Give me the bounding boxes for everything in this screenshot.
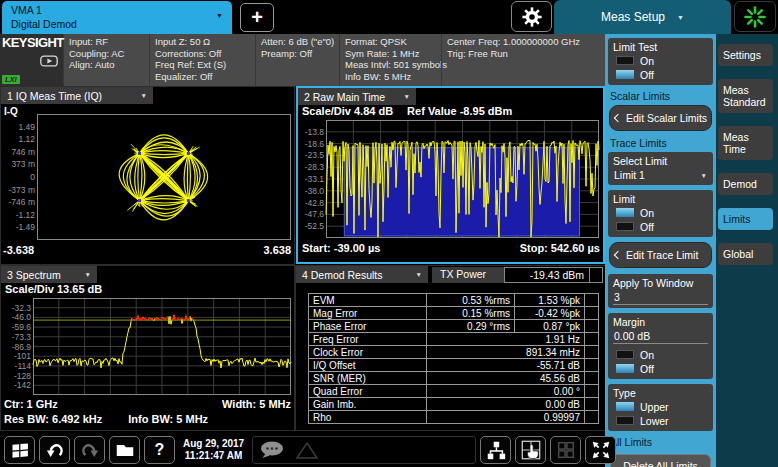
type-lower[interactable]: Lower xyxy=(616,414,708,427)
spectrum-scale-label: Scale/Div 13.65 dB xyxy=(5,283,102,295)
type-group: Type Upper Lower xyxy=(608,384,713,431)
chevron-down-icon: ▼ xyxy=(141,92,147,99)
demod-result-row: SNR (MER)45.56 dB xyxy=(309,372,599,385)
raw-scale-header: Scale/Div 4.84 dB Ref Value -8.95 dBm xyxy=(302,105,512,117)
type-upper[interactable]: Upper xyxy=(616,400,708,413)
undo-icon xyxy=(44,439,66,461)
tab-settings[interactable]: Settings xyxy=(718,44,773,66)
limit-test-off[interactable]: Off xyxy=(616,68,708,81)
limit-test-on[interactable]: On xyxy=(616,54,708,67)
chevron-down-icon: ▼ xyxy=(701,172,707,179)
window-select-button[interactable] xyxy=(515,436,546,464)
window-control-icons xyxy=(476,436,616,464)
tx-power-label: TX Power xyxy=(432,267,504,283)
file-button[interactable] xyxy=(109,436,140,464)
info-col-input: Input: RFCoupling: ACAlign: Auto xyxy=(63,34,149,86)
margin-on[interactable]: On xyxy=(616,348,708,361)
busy-indicator-button[interactable] xyxy=(734,1,776,32)
limits-menu-panel: Limit Test On Off Scalar Limits Edit Sca… xyxy=(605,34,716,467)
undo-button[interactable] xyxy=(39,436,70,464)
tab-limits[interactable]: Limits xyxy=(718,208,773,230)
tab-meas-time[interactable]: Meas Time xyxy=(718,126,773,160)
tab-global[interactable]: Global xyxy=(718,243,773,265)
chevron-left-icon xyxy=(614,251,622,259)
limit-test-group: Limit Test On Off xyxy=(608,38,713,85)
spectrum-resbw-label: Res BW: 6.492 kHz xyxy=(4,413,102,425)
raw-start-label: Start: -39.00 µs xyxy=(302,242,380,254)
window-grid-button[interactable] xyxy=(550,436,581,464)
window-layout-button[interactable] xyxy=(480,436,511,464)
raw-stop-label: Stop: 542.60 µs xyxy=(520,242,600,254)
window3-title-dropdown[interactable]: 3 Spectrum ▼ xyxy=(1,266,97,283)
help-icon: ? xyxy=(155,441,165,459)
demod-result-row: Freq Error1.91 Hz xyxy=(309,333,599,346)
svg-text:-32.3: -32.3 xyxy=(12,303,32,313)
window-demod-results[interactable]: 4 Demod Results ▼ TX Power -19.43 dBm EV… xyxy=(296,266,605,430)
delete-all-limits-button[interactable]: Delete All Limits xyxy=(610,454,711,467)
fullscreen-button[interactable] xyxy=(585,436,616,464)
window2-title-dropdown[interactable]: 2 Raw Main Time ▼ xyxy=(298,88,416,105)
apply-to-window-value[interactable]: 3 xyxy=(613,289,708,305)
top-bar: VMA 1 Digital Demod ▼ + Meas Setup ▼ xyxy=(0,0,778,34)
redo-button[interactable] xyxy=(74,436,105,464)
toggle-indicator xyxy=(616,222,634,231)
help-button[interactable]: ? xyxy=(144,436,175,464)
window-raw-main-time[interactable]: 2 Raw Main Time ▼ Scale/Div 4.84 dB Ref … xyxy=(296,86,605,264)
select-limit-dropdown[interactable]: Select Limit Limit 1 ▼ xyxy=(608,152,713,185)
spectrum-freq-row: Ctr: 1 GHz Width: 5 MHz xyxy=(4,398,291,410)
toggle-indicator xyxy=(616,70,634,79)
limit-off[interactable]: Off xyxy=(616,220,708,233)
mode-tab[interactable]: VMA 1 Digital Demod ▼ xyxy=(2,1,232,34)
margin-value[interactable]: 0.00 dB xyxy=(613,328,708,344)
menu-tab-column: Settings Meas Standard Meas Time Demod L… xyxy=(716,34,778,467)
window-iq-meas-time[interactable]: 1 IQ Meas Time (IQ) ▼ I-Q 1.491.12746 m3… xyxy=(1,87,294,264)
mode-tab-line1: VMA 1 xyxy=(11,3,223,17)
redo-icon xyxy=(79,439,101,461)
expand-arrows-icon xyxy=(590,439,612,461)
triangle-icon xyxy=(295,440,319,460)
instrument-screen: VMA 1 Digital Demod ▼ + Meas Setup ▼ xyxy=(0,0,778,467)
chevron-down-icon: ▼ xyxy=(677,14,684,21)
demod-result-row: Quad Error0.00 ° xyxy=(309,385,599,398)
svg-text:-28.3: -28.3 xyxy=(305,162,325,172)
message-area[interactable] xyxy=(252,436,476,464)
svg-text:-1.49: -1.49 xyxy=(16,222,36,232)
svg-text:-52.5: -52.5 xyxy=(305,221,325,231)
toggle-indicator xyxy=(616,350,634,359)
system-settings-button[interactable] xyxy=(511,1,552,32)
margin-off[interactable]: Off xyxy=(616,362,708,375)
edit-trace-limit-button[interactable]: Edit Trace Limit xyxy=(609,242,712,268)
tab-meas-standard[interactable]: Meas Standard xyxy=(718,79,773,113)
svg-text:373 m: 373 m xyxy=(11,159,35,169)
remote-display-icon xyxy=(40,53,58,71)
limit-group: Limit On Off xyxy=(608,190,713,237)
add-mode-button[interactable]: + xyxy=(240,3,274,32)
svg-text:-73.3: -73.3 xyxy=(12,332,32,342)
windows-logo-icon xyxy=(10,440,30,460)
edit-scalar-limits-button[interactable]: Edit Scalar Limits xyxy=(609,105,712,131)
mode-tab-line2: Digital Demod xyxy=(11,17,223,31)
spectrum-infobw-label: Info BW: 5 MHz xyxy=(128,413,208,425)
info-col-format: Format: QPSKSym Rate: 1 MHzMeas Intvl: 5… xyxy=(339,34,441,86)
svg-text:-38.0: -38.0 xyxy=(305,186,325,196)
folder-icon xyxy=(114,439,136,461)
limit-on[interactable]: On xyxy=(616,206,708,219)
type-label: Type xyxy=(613,387,708,399)
meas-setup-dropdown[interactable]: Meas Setup ▼ xyxy=(554,0,731,34)
window1-title-dropdown[interactable]: 1 IQ Meas Time (IQ) ▼ xyxy=(1,87,153,104)
apply-to-window-field[interactable]: Apply To Window 3 xyxy=(608,274,713,308)
svg-text:-46.0: -46.0 xyxy=(12,312,32,322)
demod-result-row: Mag Error0.15 %rms-0.42 %pk xyxy=(309,307,599,320)
svg-text:-42.8: -42.8 xyxy=(305,198,325,208)
svg-text:1.12: 1.12 xyxy=(18,134,35,144)
svg-text:-47.6: -47.6 xyxy=(305,209,325,219)
scalar-limits-section-label: Scalar Limits xyxy=(610,90,711,102)
trace-limits-section-label: Trace Limits xyxy=(610,137,711,149)
limit-label: Limit xyxy=(613,193,708,205)
keysight-logo: KEYSIGHT xyxy=(0,34,63,50)
tx-power-status-cell xyxy=(590,267,603,283)
tab-demod[interactable]: Demod xyxy=(718,173,773,195)
start-menu-button[interactable] xyxy=(4,436,35,464)
window4-title-dropdown[interactable]: 4 Demod Results ▼ xyxy=(296,266,428,283)
window-spectrum[interactable]: 3 Spectrum ▼ Scale/Div 13.65 dB -32.3-46… xyxy=(1,266,294,430)
